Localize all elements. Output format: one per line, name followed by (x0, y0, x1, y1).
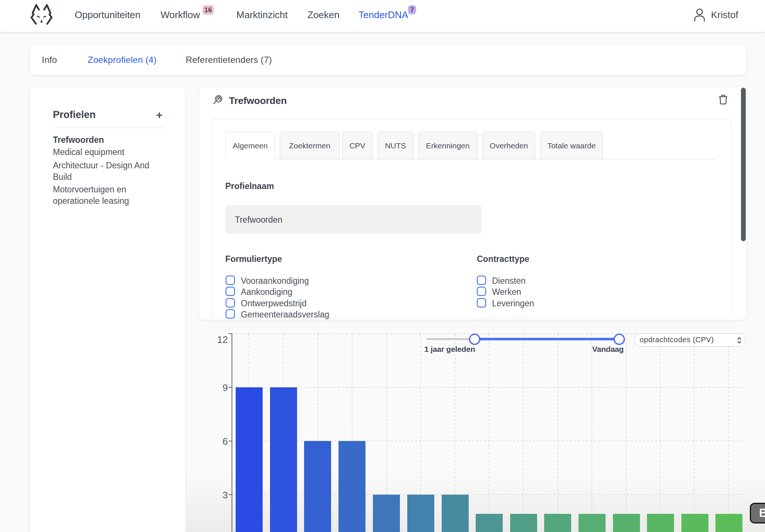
svg-text:6: 6 (223, 436, 228, 447)
svg-text:12: 12 (217, 334, 228, 345)
svg-text:9: 9 (223, 382, 228, 393)
svg-text:3: 3 (223, 489, 228, 501)
